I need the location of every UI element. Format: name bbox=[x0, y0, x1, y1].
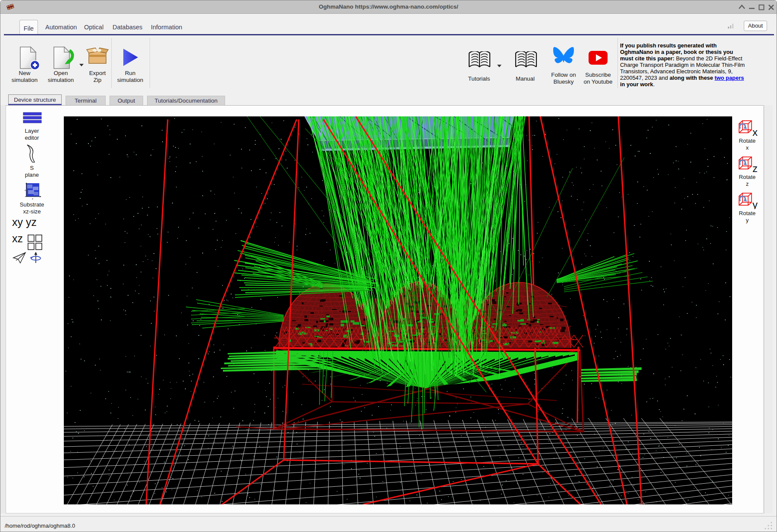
svg-text:z: z bbox=[32, 197, 33, 200]
svg-text:z: z bbox=[752, 163, 758, 173]
svg-text:x: x bbox=[752, 126, 758, 137]
svg-text:x: x bbox=[25, 189, 26, 191]
svg-text:y: y bbox=[752, 199, 758, 209]
